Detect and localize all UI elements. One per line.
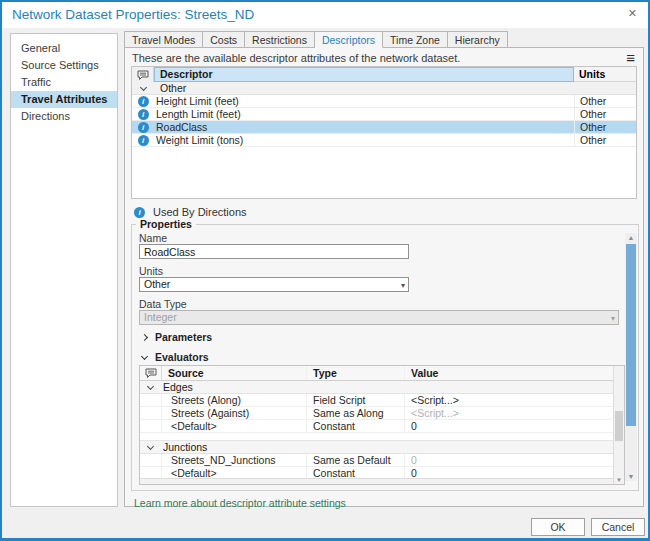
name-input[interactable]: [139, 244, 409, 259]
eval-source: Streets (Along): [162, 394, 307, 406]
scroll-up-icon[interactable]: ▲: [625, 234, 637, 241]
inner-vertical-scrollbar[interactable]: ▼: [613, 366, 624, 484]
row-icon-cell: [140, 394, 162, 406]
chevron-down-icon: [147, 382, 154, 389]
parameters-expander[interactable]: Parameters: [142, 331, 212, 343]
units-label: Units: [139, 265, 163, 277]
column-header-descriptor[interactable]: Descriptor: [154, 67, 574, 82]
properties-vertical-scrollbar[interactable]: ▲ ▼: [625, 233, 637, 481]
descriptor-units: Other: [574, 121, 636, 133]
learn-more-link[interactable]: Learn more about descriptor attribute se…: [134, 497, 346, 509]
sidebar: General Source Settings Traffic Travel A…: [10, 33, 118, 507]
sidebar-item-directions[interactable]: Directions: [11, 108, 117, 125]
sidebar-item-general[interactable]: General: [11, 40, 117, 57]
chevron-down-icon: [141, 352, 148, 359]
chevron-right-icon: [141, 333, 148, 340]
group-label: Other: [160, 82, 186, 94]
descriptor-name: Height Limit (feet): [154, 95, 574, 107]
tab-time-zone[interactable]: Time Zone: [383, 31, 448, 48]
scrollbar-thumb[interactable]: [626, 244, 636, 426]
eval-type: Same as Along: [307, 407, 405, 419]
tab-hierarchy[interactable]: Hierarchy: [448, 31, 508, 48]
chevron-down-icon: [140, 83, 147, 90]
descriptor-units: Other: [574, 134, 636, 146]
comment-icon: [140, 366, 162, 380]
group-label: Edges: [163, 381, 193, 393]
eval-value: 0: [405, 454, 624, 466]
eval-type: Same as Default: [307, 454, 405, 466]
tab-costs[interactable]: Costs: [203, 31, 245, 48]
eval-source: <Default>: [162, 420, 307, 432]
data-type-label: Data Type: [139, 298, 187, 310]
group-row-other[interactable]: Other: [132, 82, 636, 95]
ok-button[interactable]: OK: [531, 518, 585, 536]
parameters-label: Parameters: [155, 331, 212, 343]
group-row-junctions[interactable]: Junctions: [140, 441, 624, 454]
eval-value: 0: [405, 420, 624, 432]
sidebar-item-travel-attributes[interactable]: Travel Attributes: [11, 91, 117, 108]
descriptor-name: Length Limit (feet): [154, 108, 574, 120]
used-by-label: Used By Directions: [153, 206, 247, 218]
evaluators-expander[interactable]: Evaluators: [142, 351, 209, 363]
cancel-button[interactable]: Cancel: [591, 518, 645, 536]
descriptor-units: Other: [574, 108, 636, 120]
evaluator-row[interactable]: <Default> Constant 0: [140, 420, 624, 433]
descriptor-name: Weight Limit (tons): [154, 134, 574, 146]
scrollbar-thumb[interactable]: [615, 411, 623, 441]
group-row-edges[interactable]: Edges: [140, 381, 624, 394]
close-icon[interactable]: ✕: [628, 7, 637, 20]
chevron-down-icon: ▾: [611, 312, 615, 325]
info-icon[interactable]: i: [138, 122, 149, 133]
units-value: Other: [144, 278, 170, 290]
eval-value: <Script...>: [405, 407, 624, 419]
info-icon[interactable]: i: [138, 109, 149, 120]
group-label: Junctions: [163, 441, 207, 453]
tab-travel-modes[interactable]: Travel Modes: [124, 31, 203, 48]
evaluator-row[interactable]: Streets (Along) Field Script <Script...>: [140, 394, 624, 407]
evaluator-row[interactable]: Streets (Against) Same as Along <Script.…: [140, 407, 624, 420]
descriptor-table-header: Descriptor Units: [132, 67, 636, 82]
title-bar: Network Dataset Properties: Streets_ND ✕: [2, 2, 648, 28]
scroll-down-icon[interactable]: ▼: [625, 473, 637, 480]
tab-descriptors[interactable]: Descriptors: [315, 31, 383, 48]
table-row[interactable]: i Length Limit (feet) Other: [132, 108, 636, 121]
eval-value: <Script...>: [405, 394, 624, 406]
tab-restrictions[interactable]: Restrictions: [245, 31, 315, 48]
sidebar-item-source-settings[interactable]: Source Settings: [11, 57, 117, 74]
eval-type: Field Script: [307, 394, 405, 406]
units-dropdown[interactable]: Other ▾: [139, 277, 409, 292]
evaluators-table-header: Source Type Value: [140, 366, 624, 381]
table-row[interactable]: i Height Limit (feet) Other: [132, 95, 636, 108]
column-header-source[interactable]: Source: [162, 366, 307, 380]
evaluator-row[interactable]: Streets_ND_Junctions Same as Default 0: [140, 454, 624, 467]
name-label: Name: [139, 232, 167, 244]
chevron-down-icon: [147, 442, 154, 449]
info-icon[interactable]: i: [138, 96, 149, 107]
menu-icon[interactable]: ≡: [626, 49, 635, 66]
data-type-dropdown: Integer ▾: [139, 310, 619, 325]
row-icon-cell: [140, 407, 162, 419]
sidebar-item-traffic[interactable]: Traffic: [11, 74, 117, 91]
horizontal-scrollbar[interactable]: [140, 478, 613, 484]
row-icon-cell: [140, 420, 162, 432]
comment-icon: [132, 67, 154, 82]
eval-source: Streets_ND_Junctions: [162, 454, 307, 466]
eval-type: Constant: [307, 420, 405, 432]
chevron-down-icon: ▾: [401, 279, 405, 292]
descriptor-name: RoadClass: [154, 121, 574, 133]
data-type-value: Integer: [144, 311, 177, 323]
scroll-down-icon[interactable]: ▼: [614, 477, 624, 483]
info-icon[interactable]: i: [138, 135, 149, 146]
row-icon-cell: [140, 454, 162, 466]
info-icon: i: [134, 207, 145, 218]
descriptors-tab-page: These are the available descriptor attri…: [124, 47, 644, 507]
table-row-selected[interactable]: i RoadClass Other: [132, 121, 636, 134]
table-row[interactable]: i Weight Limit (tons) Other: [132, 134, 636, 147]
tab-strip: Travel Modes Costs Restrictions Descript…: [124, 31, 508, 48]
column-header-units[interactable]: Units: [574, 67, 636, 82]
page-caption: These are the available descriptor attri…: [132, 52, 460, 64]
descriptor-units: Other: [574, 95, 636, 107]
column-header-type[interactable]: Type: [307, 366, 405, 380]
evaluators-table: Source Type Value Edges Streets (Along) …: [139, 365, 625, 485]
column-header-value[interactable]: Value: [405, 366, 624, 380]
